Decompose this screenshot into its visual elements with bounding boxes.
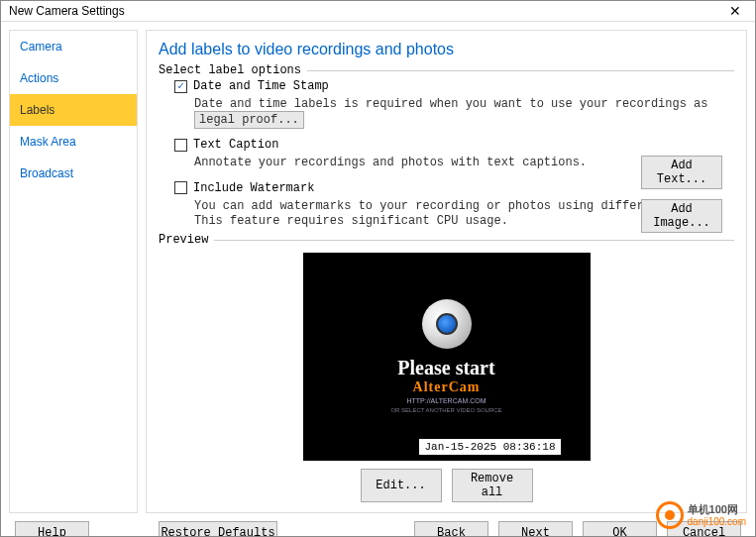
option-text-caption: Text Caption [174, 138, 734, 152]
bottom-bar: Help Restore Defaults Back Next OK Cance… [1, 521, 755, 537]
preview-image: Please start AlterCam HTTP://ALTERCAM.CO… [303, 253, 591, 461]
sidebar-item-camera[interactable]: Camera [10, 31, 137, 62]
option-date-time: Date and Time Stamp [174, 79, 734, 93]
webcam-lens-icon [436, 313, 458, 335]
main-area: Camera Actions Labels Mask Area Broadcas… [1, 22, 755, 521]
next-button[interactable]: Next [498, 521, 573, 537]
preview-fieldset: Preview Please start AlterCam HTTP://ALT… [159, 240, 734, 502]
add-image-button[interactable]: Add Image... [641, 199, 722, 233]
text-caption-checkbox[interactable] [174, 139, 187, 152]
preview-sub-text: OR SELECT ANOTHER VIDEO SOURCE [390, 407, 501, 413]
restore-defaults-button[interactable]: Restore Defaults [159, 521, 277, 537]
content-panel: Add labels to video recordings and photo… [146, 30, 747, 513]
watermark-label: Include Watermark [193, 181, 314, 195]
timestamp-overlay[interactable]: Jan-15-2025 08:36:18 [419, 439, 560, 455]
help-button[interactable]: Help [15, 521, 89, 537]
sidebar-item-broadcast[interactable]: Broadcast [10, 158, 137, 189]
titlebar: New Camera Settings ✕ [1, 1, 755, 22]
preview-legend: Preview [159, 233, 214, 247]
back-button[interactable]: Back [414, 521, 488, 537]
remove-all-button[interactable]: Remove all [452, 469, 533, 502]
sidebar-item-actions[interactable]: Actions [10, 62, 137, 94]
close-icon[interactable]: ✕ [723, 1, 747, 21]
watermark-checkbox[interactable] [174, 181, 187, 194]
window-title: New Camera Settings [9, 4, 125, 18]
webcam-icon [422, 299, 472, 349]
label-options-fieldset: Select label options Date and Time Stamp… [159, 70, 734, 230]
preview-button-row: Edit... Remove all [159, 469, 734, 502]
fieldset-legend: Select label options [159, 63, 307, 77]
date-time-label: Date and Time Stamp [193, 79, 329, 93]
date-time-desc: Date and time labels is required when yo… [194, 97, 734, 128]
page-title: Add labels to video recordings and photo… [159, 41, 734, 58]
preview-main-text: Please start [397, 357, 494, 379]
preview-url-text: HTTP://ALTERCAM.COM [407, 397, 486, 404]
legal-proof-button[interactable]: legal proof... [194, 111, 304, 129]
sidebar-item-labels[interactable]: Labels [10, 94, 137, 126]
edit-button[interactable]: Edit... [361, 469, 442, 502]
text-caption-label: Text Caption [193, 138, 278, 152]
option-watermark: Include Watermark [174, 181, 734, 195]
preview-brand-text: AlterCam [413, 379, 481, 395]
date-time-checkbox[interactable] [174, 80, 187, 93]
sidebar-item-mask-area[interactable]: Mask Area [10, 126, 137, 158]
ok-button[interactable]: OK [583, 521, 657, 537]
sidebar: Camera Actions Labels Mask Area Broadcas… [9, 30, 138, 513]
cancel-button[interactable]: Cancel [667, 521, 741, 537]
